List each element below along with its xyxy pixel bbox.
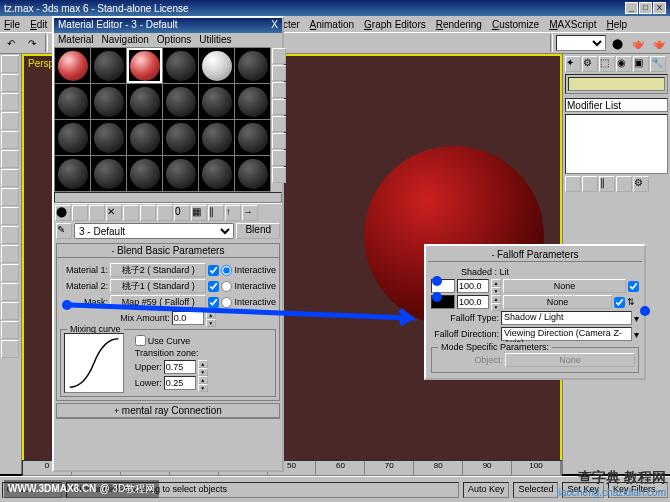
material-id-button[interactable]: 0: [174, 205, 190, 221]
sample-slot-20[interactable]: [91, 156, 126, 191]
sample-slot-11[interactable]: [199, 84, 234, 119]
sample-slot-24[interactable]: [235, 156, 270, 191]
close-button[interactable]: X: [653, 2, 666, 14]
select-by-mat-button[interactable]: [272, 167, 286, 183]
align-button[interactable]: [527, 34, 547, 52]
menu-customize[interactable]: Customize: [492, 19, 539, 30]
tab-panel-8[interactable]: [1, 188, 19, 206]
sample-slot-14[interactable]: [91, 120, 126, 155]
val1-spinner[interactable]: [457, 279, 489, 293]
sample-slot-13[interactable]: [55, 120, 90, 155]
sample-slot-9[interactable]: [127, 84, 162, 119]
upper-spinner[interactable]: [164, 360, 196, 374]
put-to-scene-button[interactable]: [72, 205, 88, 221]
object-name-field[interactable]: [568, 77, 665, 91]
reset-map-button[interactable]: ✕: [106, 205, 122, 221]
mat-menu-utilities[interactable]: Utilities: [199, 34, 231, 46]
sample-slot-5[interactable]: [199, 48, 234, 83]
material2-button[interactable]: 桃子1 ( Standard ): [110, 279, 206, 293]
menu-animation[interactable]: Animation: [310, 19, 354, 30]
tab-panel-6[interactable]: [1, 150, 19, 168]
put-to-library-button[interactable]: [157, 205, 173, 221]
material1-button[interactable]: 桃子2 ( Standard ): [110, 263, 206, 277]
lower-spinner[interactable]: [164, 376, 196, 390]
mat-editor-titlebar[interactable]: Material Editor - 3 - Default X: [54, 18, 282, 33]
make-unique-button[interactable]: ∥: [599, 176, 615, 192]
minimize-button[interactable]: _: [625, 2, 638, 14]
material1-enable-check[interactable]: [208, 265, 219, 276]
tab-panel-9[interactable]: [1, 207, 19, 225]
sample-slot-12[interactable]: [235, 84, 270, 119]
material1-interactive-radio[interactable]: [221, 265, 232, 276]
rollout-header[interactable]: - Blend Basic Parameters: [57, 244, 279, 258]
tab-panel-7[interactable]: [1, 169, 19, 187]
video-check-button[interactable]: [272, 116, 286, 132]
quick-render-button[interactable]: 🫖: [649, 34, 669, 52]
menu-maxscript[interactable]: MAXScript: [549, 19, 596, 30]
falloff-header[interactable]: - Falloff Parameters: [428, 248, 642, 262]
tab-panel-1[interactable]: [1, 55, 19, 73]
tab-panel-12[interactable]: [1, 264, 19, 282]
map2-check[interactable]: [614, 297, 625, 308]
lower-spinbtns[interactable]: ▲▼: [198, 376, 208, 390]
display-tab[interactable]: ▣: [633, 56, 649, 72]
sample-slot-10[interactable]: [163, 84, 198, 119]
sample-slot-17[interactable]: [199, 120, 234, 155]
show-map-button[interactable]: ▦: [191, 205, 207, 221]
dropdown-icon[interactable]: ▾: [634, 329, 639, 340]
show-end-result-mat-button[interactable]: ∥: [208, 205, 224, 221]
tab-panel-15[interactable]: [1, 321, 19, 339]
undo-button[interactable]: ↶: [1, 34, 21, 52]
sample-type-button[interactable]: [272, 48, 286, 64]
menu-help[interactable]: Help: [606, 19, 627, 30]
material-editor-button[interactable]: ⬤: [607, 34, 627, 52]
modifier-stack[interactable]: [565, 114, 668, 174]
mat-menu-material[interactable]: Material: [58, 34, 94, 46]
sample-slot-23[interactable]: [199, 156, 234, 191]
hierarchy-tab[interactable]: ⬚: [599, 56, 615, 72]
sample-slot-19[interactable]: [55, 156, 90, 191]
sample-scrollbar[interactable]: [54, 192, 282, 203]
dropdown-icon[interactable]: ▾: [634, 313, 639, 324]
make-copy-button[interactable]: [123, 205, 139, 221]
mask-enable-check[interactable]: [208, 297, 219, 308]
tab-panel-10[interactable]: [1, 226, 19, 244]
make-unique-mat-button[interactable]: [140, 205, 156, 221]
render-scene-button[interactable]: 🫖: [628, 34, 648, 52]
sample-slot-18[interactable]: [235, 120, 270, 155]
type-button[interactable]: Blend: [236, 223, 280, 239]
mat-menu-navigation[interactable]: Navigation: [102, 34, 149, 46]
selected-filter[interactable]: Selected: [513, 482, 558, 498]
tab-panel-4[interactable]: [1, 112, 19, 130]
material-name-select[interactable]: 3 - Default: [74, 223, 234, 239]
sample-slot-6[interactable]: [235, 48, 270, 83]
redo-button[interactable]: ↷: [22, 34, 42, 52]
ref-coord-system[interactable]: View: [556, 35, 606, 51]
material2-interactive-radio[interactable]: [221, 281, 232, 292]
sample-uv-button[interactable]: [272, 99, 286, 115]
map1-button[interactable]: None: [503, 279, 626, 293]
mirror-button[interactable]: [506, 34, 526, 52]
menu-grapheditors[interactable]: Graph Editors: [364, 19, 426, 30]
sample-slot-22[interactable]: [163, 156, 198, 191]
tab-panel-14[interactable]: [1, 302, 19, 320]
upper-spinbtns[interactable]: ▲▼: [198, 360, 208, 374]
create-tab[interactable]: ✦: [565, 56, 581, 72]
background-button[interactable]: [272, 82, 286, 98]
backlight-button[interactable]: [272, 65, 286, 81]
mental-ray-header[interactable]: + mental ray Connection: [57, 404, 279, 418]
sample-slot-7[interactable]: [55, 84, 90, 119]
maximize-button[interactable]: □: [639, 2, 652, 14]
tab-panel-16[interactable]: [1, 340, 19, 358]
mat-menu-options[interactable]: Options: [157, 34, 191, 46]
assign-to-selection-button[interactable]: [89, 205, 105, 221]
tab-panel-13[interactable]: [1, 283, 19, 301]
mix-amount-spinbtns[interactable]: ▲▼: [206, 311, 216, 325]
go-parent-button[interactable]: ↑: [225, 205, 241, 221]
menu-rendering[interactable]: Rendering: [436, 19, 482, 30]
mat-editor-close[interactable]: X: [271, 19, 278, 32]
go-forward-button[interactable]: →: [242, 205, 258, 221]
tab-panel-2[interactable]: [1, 74, 19, 92]
sample-slot-3[interactable]: [127, 48, 162, 83]
motion-tab[interactable]: ◉: [616, 56, 632, 72]
